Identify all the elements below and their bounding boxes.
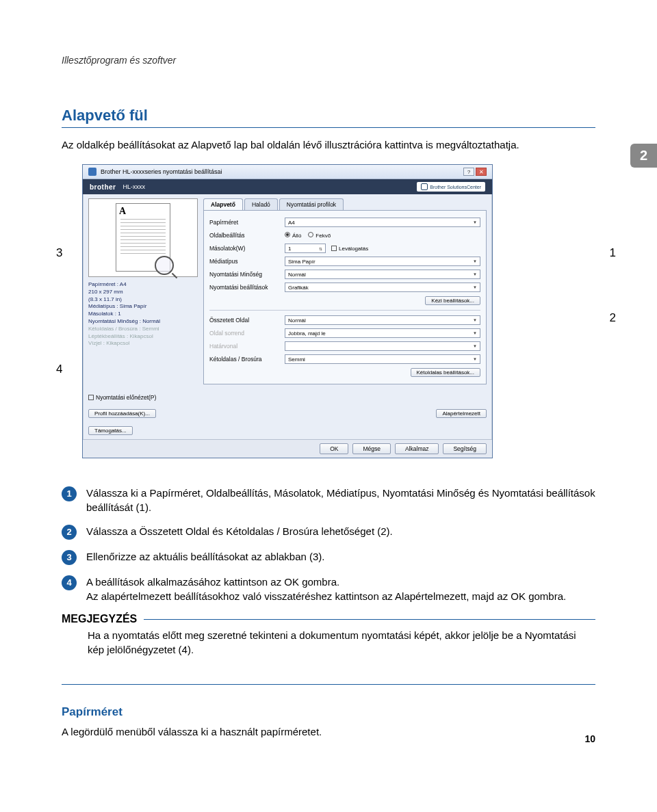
step-2-text: Válassza a Összetett Oldal és Kétoldalas… — [86, 524, 393, 540]
borderline-select: ▼ — [285, 341, 480, 351]
step-bubble-2: 2 — [62, 525, 77, 540]
step-list: 1 Válassza ki a Papírméret, Oldalbeállít… — [62, 486, 595, 603]
subsection-text: A legördülő menüből válassza ki a haszná… — [62, 726, 595, 737]
multipage-label: Összetett Oldal — [209, 317, 285, 324]
magnifier-icon — [155, 256, 174, 275]
step-bubble-3: 3 — [62, 550, 77, 565]
brand-bar: brother HL-xxxx Brother SolutionsCenter — [83, 179, 492, 194]
collate-checkbox[interactable]: Leválogatás — [331, 246, 368, 252]
orientation-landscape-radio[interactable]: Fekvő — [308, 232, 331, 239]
callout-3: 3 — [56, 246, 62, 260]
quality-select[interactable]: Normál▼ — [285, 270, 480, 279]
manual-settings-button[interactable]: Kézi beállítások... — [425, 296, 480, 305]
intro-text: Az oldalkép beállításokat az Alapvető la… — [62, 137, 595, 152]
support-button[interactable]: Támogatás... — [88, 426, 133, 435]
print-preview-checkbox[interactable]: Nyomtatási előnézet(P) — [88, 394, 156, 401]
tabs: Alapvető Haladó Nyomtatási profilok — [203, 198, 487, 211]
duplex-select[interactable]: Semmi▼ — [285, 354, 480, 364]
page-number: 10 — [584, 733, 595, 744]
running-header: Illesztőprogram és szoftver — [62, 55, 595, 66]
tab-profiles[interactable]: Nyomtatási profilok — [279, 198, 344, 210]
callout-4: 4 — [56, 363, 62, 376]
papersize-select[interactable]: A4▼ — [285, 218, 480, 227]
figure: 1 2 3 4 Brother HL-xxxxseries nyomtatási… — [82, 164, 595, 458]
apply-button[interactable]: Alkalmaz — [395, 443, 439, 454]
tab-basic[interactable]: Alapvető — [203, 198, 243, 210]
section-title: Alapvető fül — [62, 107, 595, 128]
duplex-label: Kétoldalas / Brosúra — [209, 356, 285, 363]
pageorder-select: Jobbra, majd le▼ — [285, 328, 480, 338]
help-button[interactable]: ? — [463, 168, 474, 176]
preview-letter: A — [119, 206, 126, 217]
window-titlebar: Brother HL-xxxxseries nyomtatási beállít… — [83, 165, 492, 179]
tab-advanced[interactable]: Haladó — [244, 198, 278, 210]
borderline-label: Határvonal — [209, 343, 285, 350]
callout-2: 2 — [610, 311, 616, 325]
settings-summary: Papírméret : A4 210 x 297 mm (8.3 x 11.7… — [88, 281, 198, 348]
cancel-button[interactable]: Mégse — [352, 443, 391, 454]
solutions-icon — [421, 183, 428, 190]
pageorder-label: Oldal sorrend — [209, 330, 285, 337]
duplex-settings-button[interactable]: Kétoldalas beállítások... — [411, 368, 481, 377]
step-1-text: Válassza ki a Papírméret, Oldalbeállítás… — [86, 486, 595, 514]
solutions-text: Brother SolutionsCenter — [430, 185, 481, 189]
basic-panel: Papírméret A4▼ Oldalbeállítás Álló Fekvő… — [203, 211, 487, 384]
note-body: Ha a nyomtatás előtt meg szeretné tekint… — [62, 625, 595, 657]
chapter-tab: 2 — [630, 144, 657, 168]
note-heading: MEGJEGYZÉS — [62, 613, 595, 625]
solutions-link[interactable]: Brother SolutionsCenter — [417, 182, 485, 192]
add-profile-button[interactable]: Profil hozzáadása(K)... — [88, 409, 156, 418]
callout-1: 1 — [610, 246, 616, 260]
print-dialog: Brother HL-xxxxseries nyomtatási beállít… — [82, 164, 493, 458]
mediatype-label: Médiatípus — [209, 258, 285, 265]
step-bubble-1: 1 — [62, 486, 77, 501]
quality-label: Nyomtatási Minőség — [209, 271, 285, 278]
step-3-text: Ellenőrizze az aktuális beállításokat az… — [86, 549, 325, 565]
model-label: HL-xxxx — [123, 183, 146, 190]
ok-button[interactable]: OK — [320, 443, 348, 454]
papersize-label: Papírméret — [209, 219, 285, 226]
default-button[interactable]: Alapértelmezett — [436, 409, 487, 418]
step-4-text: A beállítások alkalmazásához kattintson … — [86, 575, 566, 603]
help-footer-button[interactable]: Segítség — [443, 443, 487, 454]
page-preview[interactable]: A — [88, 198, 198, 277]
subsection-heading: Papírméret — [62, 705, 595, 719]
copies-label: Másolatok(W) — [209, 245, 285, 252]
app-icon — [88, 168, 96, 176]
close-button[interactable]: ✕ — [476, 168, 487, 176]
printsettings-label: Nyomtatási beállítások — [209, 284, 285, 291]
window-title: Brother HL-xxxxseries nyomtatási beállít… — [101, 168, 222, 175]
printsettings-select[interactable]: Grafikák▼ — [285, 283, 480, 292]
brand-logo: brother — [90, 183, 116, 191]
orientation-label: Oldalbeállítás — [209, 232, 285, 239]
step-bubble-4: 4 — [62, 575, 77, 590]
multipage-select[interactable]: Normál▼ — [285, 315, 480, 325]
mediatype-select[interactable]: Sima Papír▼ — [285, 257, 480, 266]
copies-input[interactable]: 1⇅ — [285, 244, 326, 253]
orientation-portrait-radio[interactable]: Álló — [285, 232, 301, 239]
